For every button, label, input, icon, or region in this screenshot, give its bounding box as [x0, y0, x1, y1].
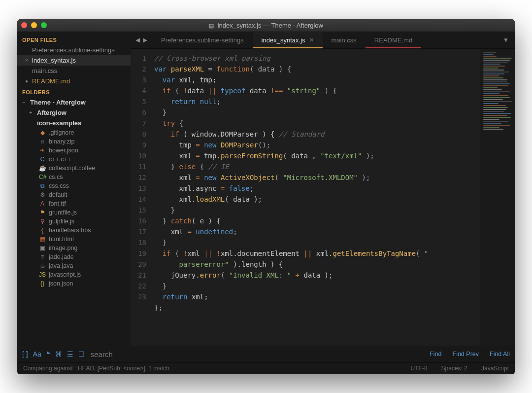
close-tab-icon[interactable]: ✕ [309, 37, 314, 43]
tab-list-button[interactable]: ▼ [497, 32, 515, 48]
minimap-line [483, 129, 503, 130]
regex-option-icon[interactable]: [ ] [22, 350, 28, 358]
find-prev-button[interactable]: Find Prev [453, 351, 479, 357]
zoom-window-icon[interactable] [41, 22, 47, 28]
file-item[interactable]: ⎌binary.zip [17, 137, 131, 146]
file-type-icon: ⚑ [39, 209, 46, 216]
status-spaces[interactable]: Spaces: 2 [441, 365, 467, 372]
file-item[interactable]: Cc++.c++ [17, 155, 131, 164]
file-name: binary.zip [49, 138, 75, 145]
editor-body[interactable]: 12345678910111213141516171819 20212223 /… [131, 49, 515, 346]
code-line: xml = new ActiveXObject( "Microsoft.XMLD… [154, 172, 480, 183]
tab[interactable]: Preferences.sublime-settings [152, 32, 253, 48]
file-item[interactable]: ≡jade.jade [17, 252, 131, 261]
open-file-label: index_syntax.js [32, 57, 76, 64]
sidebar[interactable]: OPEN FILES Preferences.sublime-settings×… [17, 32, 131, 346]
status-encoding[interactable]: UTF-8 [411, 365, 428, 372]
code-line: return null; [154, 96, 480, 107]
file-item[interactable]: {handlebars.hbs [17, 226, 131, 235]
file-name: javascript.js [49, 271, 81, 278]
tab-prev-icon[interactable]: ◀ [135, 36, 140, 43]
tab-label: README.md [374, 36, 412, 44]
code-line: xml = undefined; [154, 226, 480, 237]
line-number: 15 [131, 205, 146, 215]
file-item[interactable]: ⧉css.css [17, 181, 131, 190]
tab-label: main.css [332, 36, 357, 44]
link-option-icon[interactable]: ⌘ [55, 350, 62, 358]
titlebar[interactable]: ▤ index_syntax.js — Theme - Afterglow [17, 19, 515, 32]
code-line: var parseXML = function( data ) { [154, 64, 480, 74]
line-number: 14 [131, 194, 146, 205]
open-file-item[interactable]: Preferences.sublime-settings [17, 45, 131, 55]
line-number: 7 [131, 118, 146, 129]
file-item[interactable]: ⚙default [17, 190, 131, 199]
file-type-icon: ⚙ [39, 191, 46, 198]
open-file-item[interactable]: ×index_syntax.js [17, 55, 131, 66]
file-name: gulpfile.js [49, 218, 74, 225]
line-number: 5 [131, 96, 146, 107]
line-number: 19 [131, 248, 146, 259]
file-item[interactable]: JSjavascript.js [17, 270, 131, 279]
folder-item[interactable]: +Afterglow [17, 107, 131, 118]
file-item[interactable]: C#cs.cs [17, 173, 131, 181]
code-line: }; [154, 302, 480, 313]
code-line: tmp = new DOMParser(); [154, 140, 480, 150]
highlight-option-icon[interactable]: ☐ [78, 350, 85, 358]
tab[interactable]: main.css [323, 32, 366, 48]
file-item[interactable]: ☕coffescript.coffee [17, 164, 131, 173]
open-file-label: main.css [32, 67, 57, 74]
code-area[interactable]: // Cross-browser xml parsingvar parseXML… [151, 49, 480, 346]
status-syntax[interactable]: JavaScript [481, 365, 509, 372]
file-item[interactable]: ⚑gruntfile.js [17, 208, 131, 217]
minimap-line [483, 95, 508, 96]
code-line: try { [154, 118, 480, 129]
file-item[interactable]: {}json.json [17, 279, 131, 288]
file-item[interactable]: ♨java.java [17, 261, 131, 270]
file-type-icon: {} [39, 280, 46, 287]
line-number: 9 [131, 140, 146, 150]
file-item[interactable]: ⚲gulpfile.js [17, 217, 131, 226]
folder-item[interactable]: −icon-examples [17, 118, 131, 128]
file-type-icon: A [39, 200, 46, 207]
file-name: cs.cs [49, 174, 63, 180]
minimap-line [483, 87, 498, 88]
minimap-line [483, 117, 511, 118]
collapse-icon: − [29, 120, 35, 126]
minimap-line [483, 91, 510, 92]
list-option-icon[interactable]: ☰ [67, 350, 73, 358]
minimap-line [483, 60, 510, 61]
minimap-line [483, 70, 504, 71]
tab-next-icon[interactable]: ▶ [143, 36, 147, 43]
minimap-line [483, 71, 509, 72]
line-number: 17 [131, 226, 146, 237]
minimap-line [483, 113, 511, 114]
quote-option-icon[interactable]: ❝ [46, 350, 50, 358]
tab[interactable]: index_syntax.js✕ [253, 32, 323, 48]
file-item[interactable]: ▦html.html [17, 235, 131, 244]
open-file-item[interactable]: main.css [17, 66, 131, 76]
tab[interactable]: README.md [366, 32, 421, 48]
minimize-window-icon[interactable] [31, 22, 37, 28]
folder-root[interactable]: − Theme - Afterglow [17, 97, 131, 107]
tab-nav: ◀ ▶ [131, 32, 152, 48]
case-option-icon[interactable]: Aa [33, 350, 41, 358]
file-item[interactable]: Afont.ttf [17, 199, 131, 208]
minimap-line [483, 89, 502, 90]
open-file-item[interactable]: ●README.md [17, 76, 131, 86]
file-item[interactable]: ◆.gitignore [17, 128, 131, 137]
file-type-icon: ▣ [39, 245, 46, 251]
line-number: 2 [131, 64, 146, 74]
file-item[interactable]: ▣image.png [17, 244, 131, 252]
file-type-icon: ⧉ [39, 182, 46, 189]
gutter: 12345678910111213141516171819 20212223 [131, 49, 151, 346]
search-input[interactable] [91, 350, 424, 358]
window-title-text: index_syntax.js — Theme - Afterglow [218, 22, 323, 29]
close-window-icon[interactable] [21, 22, 27, 28]
minimap[interactable] [480, 49, 515, 346]
folder-name: icon-examples [37, 119, 81, 127]
find-all-button[interactable]: Find All [490, 351, 510, 357]
find-button[interactable]: Find [430, 351, 441, 357]
code-line: xml = tmp.parseFromString( data , "text/… [154, 150, 480, 161]
file-name: html.html [49, 236, 74, 243]
file-item[interactable]: ❧bower.json [17, 146, 131, 155]
